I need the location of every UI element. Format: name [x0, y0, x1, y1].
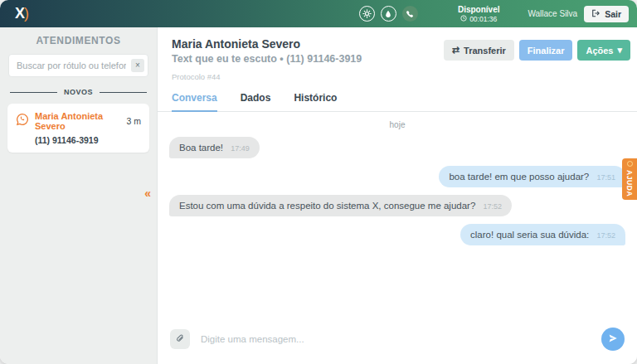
- tab-conversa[interactable]: Conversa: [172, 92, 217, 112]
- contact-name: Maria Antonieta Severo: [35, 111, 120, 131]
- tab-historico[interactable]: Histórico: [294, 92, 337, 111]
- topbar: X): [0, 0, 637, 27]
- actions-button[interactable]: Ações ▾: [577, 40, 630, 61]
- transfer-arrows-icon: ⇄: [452, 45, 460, 56]
- sidebar-title: ATENDIMENTOS: [0, 35, 157, 46]
- subtitle-separator: •: [277, 53, 286, 65]
- app-body: ATENDIMENTOS × NOVOS Maria Antonieta Sev: [0, 27, 637, 364]
- topbar-icon-group: [359, 6, 418, 22]
- protocol-label: Protocolo #44: [172, 72, 630, 81]
- message-text: Boa tarde!: [179, 143, 223, 153]
- message-time: 17:52: [484, 202, 503, 211]
- whatsapp-icon: [16, 113, 29, 129]
- contact-top-row: Maria Antonieta Severo 3 m: [16, 111, 141, 131]
- contact-wait-time: 3 m: [126, 116, 141, 126]
- chat-bubble: Estou com uma dúvida a respeito do siste…: [169, 195, 512, 216]
- finish-button[interactable]: Finalizar: [519, 40, 573, 61]
- message-row: claro! qual seria sua dúvida: 17:52: [169, 224, 625, 245]
- message-time: 17:51: [596, 173, 615, 182]
- transfer-button[interactable]: ⇄ Transferir: [444, 40, 514, 61]
- message-text: boa tarde! em que posso ajudar?: [449, 172, 589, 182]
- status-label: Disponível: [458, 5, 500, 14]
- sidebar-collapse-button[interactable]: «: [144, 187, 151, 200]
- message-composer: [158, 321, 637, 364]
- actions-label: Ações: [586, 46, 613, 56]
- app-window: X): [0, 0, 637, 364]
- finish-label: Finalizar: [528, 46, 565, 56]
- help-tab[interactable]: AJUDA: [622, 158, 637, 200]
- logout-label: Sair: [605, 9, 621, 19]
- chat-bubble: Boa tarde! 17:49: [169, 137, 260, 158]
- tab-dados[interactable]: Dados: [241, 92, 271, 111]
- app-logo[interactable]: X): [15, 5, 28, 22]
- transfer-label: Transferir: [464, 46, 506, 56]
- conversation-phone: (11) 91146-3919: [286, 53, 362, 65]
- section-novos: NOVOS: [10, 88, 147, 96]
- message-time: 17:49: [231, 144, 250, 153]
- tab-bar: Conversa Dados Histórico: [158, 92, 637, 112]
- message-row: Estou com uma dúvida a respeito do siste…: [169, 195, 625, 216]
- message-input[interactable]: [199, 333, 592, 345]
- help-label: AJUDA: [625, 170, 634, 197]
- logo-x: X: [15, 5, 24, 22]
- sign-out-icon: [591, 9, 601, 19]
- sidebar: ATENDIMENTOS × NOVOS Maria Antonieta Sev: [0, 27, 158, 364]
- search-wrap: ×: [8, 54, 148, 77]
- conversation-list-item[interactable]: Maria Antonieta Severo 3 m (11) 91146-39…: [7, 104, 149, 153]
- contact-phone: (11) 91146-3919: [35, 135, 141, 145]
- paperclip-icon: [175, 332, 185, 347]
- message-time: 17:52: [596, 231, 615, 240]
- status-timer-value: 00:01:36: [469, 15, 497, 23]
- chevron-down-icon: ▾: [617, 45, 622, 56]
- message-text: Estou com uma dúvida a respeito do siste…: [179, 201, 475, 211]
- chat-area: hoje Boa tarde! 17:49 boa tarde! em que …: [158, 112, 637, 321]
- chat-bubble: boa tarde! em que posso ajudar? 17:51: [439, 166, 625, 187]
- logo-arc: ): [24, 5, 28, 22]
- phone-icon: [406, 7, 414, 22]
- attach-button[interactable]: [170, 329, 190, 349]
- section-novos-label: NOVOS: [64, 88, 93, 96]
- chat-bubble: claro! qual seria sua dúvida: 17:52: [460, 224, 625, 245]
- message-text: claro! qual seria sua dúvida:: [470, 230, 589, 240]
- settings-button[interactable]: [359, 6, 375, 22]
- search-input[interactable]: [8, 54, 148, 77]
- help-icon: [627, 161, 633, 167]
- clear-search-button[interactable]: ×: [131, 59, 144, 72]
- conversation-header: Maria Antonieta Severo Text que eu te es…: [158, 27, 637, 81]
- header-buttons: ⇄ Transferir Finalizar Ações ▾: [444, 40, 630, 61]
- send-button[interactable]: [601, 328, 625, 351]
- day-divider: hoje: [169, 120, 625, 129]
- droplet-icon: [385, 7, 391, 22]
- clock-icon: [460, 15, 467, 23]
- user-name: Wallace Silva: [528, 9, 577, 18]
- agent-status[interactable]: Disponível 00:01:36: [458, 5, 500, 23]
- gear-icon: [362, 7, 372, 22]
- message-row: boa tarde! em que posso ajudar? 17:51: [169, 166, 625, 187]
- message-row: Boa tarde! 17:49: [169, 137, 625, 158]
- droplet-button[interactable]: [381, 6, 396, 22]
- status-timer: 00:01:36: [458, 15, 500, 23]
- logout-button[interactable]: Sair: [584, 6, 629, 22]
- channel-name: Text que eu te escuto: [172, 53, 277, 65]
- main-panel: Maria Antonieta Severo Text que eu te es…: [158, 27, 637, 364]
- phone-button[interactable]: [402, 6, 418, 22]
- paper-plane-icon: [608, 332, 618, 347]
